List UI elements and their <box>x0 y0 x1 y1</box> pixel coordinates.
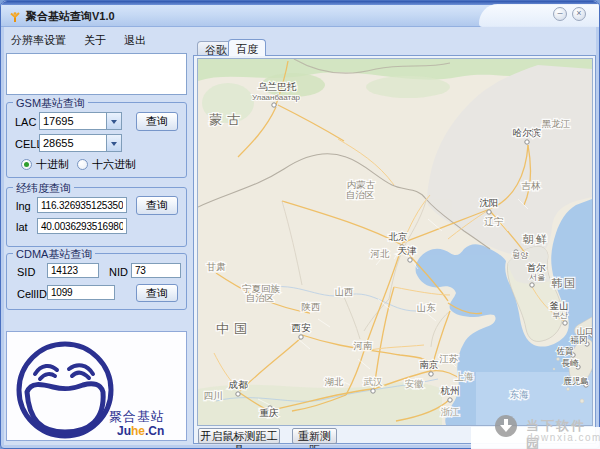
map-city-marker <box>563 321 567 325</box>
lng-input[interactable] <box>37 197 127 213</box>
map-label: 四川 <box>204 390 223 401</box>
map-label: 乌兰巴托 <box>258 81 297 92</box>
map-city-marker <box>408 258 412 262</box>
cell-input[interactable] <box>40 135 106 151</box>
map-label: 哈尔滨 <box>513 127 542 138</box>
map-canvas[interactable]: 蒙古中国乌兰巴托Улаанбаатар内蒙古自治区黑龙江哈尔滨吉林沈阳辽宁朝鲜평… <box>197 58 593 426</box>
map-label: 佐賀 <box>556 346 574 356</box>
map-label: 沈阳 <box>480 197 499 208</box>
gsm-query-button[interactable]: 查询 <box>136 112 178 131</box>
map-tab-page: 蒙古中国乌兰巴托Улаанбаатар内蒙古自治区黑龙江哈尔滨吉林沈阳辽宁朝鲜평… <box>193 55 596 444</box>
map-label: 湖北 <box>325 376 345 387</box>
brand-site: Juhe.Cn <box>117 424 164 438</box>
map-label: 辽宁 <box>484 216 504 227</box>
map-city-marker <box>272 103 276 107</box>
map-label: 黑龙江 <box>542 118 571 129</box>
map-city-marker <box>530 283 534 287</box>
tab-baidu[interactable]: 百度 <box>228 39 266 56</box>
map-label: 河南 <box>353 340 373 351</box>
map-label: 山东 <box>417 302 437 313</box>
minimize-button[interactable]: – <box>553 7 567 21</box>
map-label: 天津 <box>398 245 418 256</box>
lac-dropdown-arrow-icon[interactable] <box>106 113 121 129</box>
map-label: 蒙古 <box>209 112 245 127</box>
map-label: 甘肃 <box>207 261 227 272</box>
hex-radio[interactable] <box>77 159 88 170</box>
decimal-radio[interactable] <box>21 159 32 170</box>
map-label: 重庆 <box>260 407 280 418</box>
cdma-query-button[interactable]: 查询 <box>136 284 178 302</box>
latlng-groupbox: 经纬度查询 lng 查询 lat <box>6 187 187 247</box>
map-city-marker <box>236 392 240 396</box>
map-label: 南京 <box>420 359 440 370</box>
map-label: 成都 <box>229 379 249 390</box>
map-label: 서울 <box>529 273 545 282</box>
download-icon <box>494 414 518 438</box>
cellid-label: CellID <box>17 288 47 300</box>
gsm-groupbox: GSM基站查询 LAC 查询 CELL 十进制 十六进制 <box>6 102 187 178</box>
map-label: 山西 <box>335 286 354 297</box>
map-label: 江苏 <box>439 353 460 364</box>
cell-combobox[interactable] <box>39 134 122 152</box>
map-label: 朝鲜 <box>522 233 549 245</box>
cellid-input[interactable] <box>47 285 115 300</box>
app-window: 聚合基站查询V1.0 – × 分辨率设置 关于 退出 GSM基站查询 LAC 查… <box>0 0 600 449</box>
sid-input[interactable] <box>47 263 99 278</box>
map-label: 首尔 <box>527 262 547 273</box>
map-city-marker <box>525 140 529 144</box>
lat-input[interactable] <box>37 218 127 234</box>
gsm-group-title: GSM基站查询 <box>13 96 88 111</box>
map-label: 長崎 <box>562 358 580 368</box>
map-city-marker <box>487 210 491 214</box>
map-label: 自治区 <box>246 292 275 303</box>
map-city-marker <box>429 372 433 376</box>
lng-label: lng <box>16 200 31 212</box>
menu-item-exit[interactable]: 退出 <box>124 33 146 48</box>
map-label: 西安 <box>292 322 312 333</box>
map-label: 鹿児島 <box>563 376 589 386</box>
menu-item-resolution[interactable]: 分辨率设置 <box>11 33 66 48</box>
map-label: 韩国 <box>551 277 577 289</box>
map-label: 安徽 <box>405 378 425 389</box>
cell-dropdown-arrow-icon[interactable] <box>106 135 121 151</box>
latlng-query-button[interactable]: 查询 <box>136 196 178 215</box>
map-label: 陕西 <box>302 301 321 312</box>
decimal-radio-label: 十进制 <box>36 157 69 172</box>
map-city-marker <box>448 398 452 402</box>
map-city-marker <box>299 335 303 339</box>
brand-logo: 聚合基站 Juhe.Cn <box>6 331 187 441</box>
sid-label: SID <box>17 266 35 278</box>
map-label: 河北 <box>370 248 391 259</box>
menu-item-about[interactable]: 关于 <box>84 33 106 48</box>
map-label: 吉林 <box>522 180 542 191</box>
close-button[interactable]: × <box>572 7 586 21</box>
map-label: 自治区 <box>346 189 375 200</box>
lac-input[interactable] <box>40 113 106 129</box>
map-label: 부산 <box>552 311 568 320</box>
watermark-domain: downxia.com <box>527 432 600 443</box>
hex-radio-label: 十六进制 <box>92 157 136 172</box>
nid-input[interactable] <box>131 263 181 278</box>
map-label: Улаанбаатар <box>252 93 301 102</box>
map-label: 武汉 <box>364 376 384 387</box>
measure-tool-button[interactable]: 开启鼠标测距工具 <box>198 428 280 444</box>
lac-combobox[interactable] <box>39 112 122 130</box>
remeasure-button[interactable]: 重新测距 <box>292 428 337 444</box>
china-map[interactable]: 蒙古中国乌兰巴托Улаанбаатар内蒙古自治区黑龙江哈尔滨吉林沈阳辽宁朝鲜평… <box>198 59 592 425</box>
result-listbox[interactable] <box>6 53 187 95</box>
map-label: 浙江 <box>441 406 460 417</box>
map-label: 杭州 <box>441 385 460 396</box>
nid-label: NID <box>109 266 128 278</box>
window-title: 聚合基站查询V1.0 <box>26 9 115 24</box>
map-label: 上海 <box>455 371 475 382</box>
map-label: 北京 <box>389 231 409 242</box>
map-label: 中国 <box>216 321 252 336</box>
cdma-group-title: CDMA基站查询 <box>13 247 95 262</box>
cdma-groupbox: CDMA基站查询 SID NID CellID 查询 <box>6 253 187 310</box>
map-label: 东海 <box>510 389 530 400</box>
menu-bar: 分辨率设置 关于 退出 <box>11 33 146 48</box>
lat-label: lat <box>16 221 28 233</box>
map-label: 평양 <box>512 251 529 260</box>
map-label: 釜山 <box>550 300 569 311</box>
lac-label: LAC <box>15 116 36 128</box>
